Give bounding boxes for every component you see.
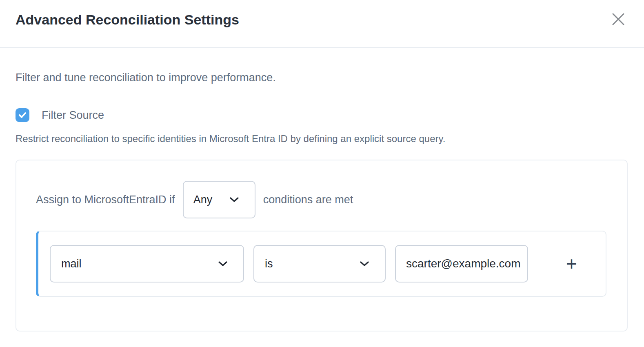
match-mode-value: Any	[193, 194, 213, 206]
match-mode-select[interactable]: Any	[183, 181, 255, 218]
assign-prefix-label: Assign to MicrosoftEntraID if	[36, 194, 175, 206]
add-condition-button[interactable]: +	[562, 254, 581, 273]
modal-description: Filter and tune reconciliation to improv…	[16, 71, 628, 85]
close-icon	[612, 13, 625, 26]
close-button[interactable]	[610, 11, 627, 28]
assign-rule-row: Assign to MicrosoftEntraID if Any condit…	[36, 181, 627, 218]
filter-source-checkbox[interactable]	[16, 108, 29, 122]
advanced-reconciliation-settings-modal: Advanced Reconciliation Settings Filter …	[0, 0, 644, 347]
filter-source-row: Filter Source	[16, 108, 628, 122]
operator-select[interactable]: is	[253, 245, 386, 282]
condition-row: mail is +	[36, 231, 606, 297]
operator-select-value: is	[265, 258, 273, 270]
chevron-down-icon	[360, 261, 369, 267]
modal-title: Advanced Reconciliation Settings	[16, 10, 628, 29]
checkmark-icon	[18, 112, 27, 118]
modal-body: Filter and tune reconciliation to improv…	[0, 71, 644, 331]
filter-source-help-text: Restrict reconciliation to specific iden…	[16, 133, 628, 145]
filter-source-label: Filter Source	[42, 109, 104, 122]
condition-value-input[interactable]	[395, 245, 528, 282]
attribute-select-value: mail	[61, 258, 82, 270]
chevron-down-icon	[218, 261, 228, 267]
source-query-panel: Assign to MicrosoftEntraID if Any condit…	[16, 160, 628, 331]
assign-suffix-label: conditions are met	[263, 194, 353, 206]
attribute-select[interactable]: mail	[50, 245, 244, 282]
modal-header: Advanced Reconciliation Settings	[0, 0, 644, 48]
add-condition-area: +	[537, 254, 606, 273]
chevron-down-icon	[229, 197, 239, 202]
